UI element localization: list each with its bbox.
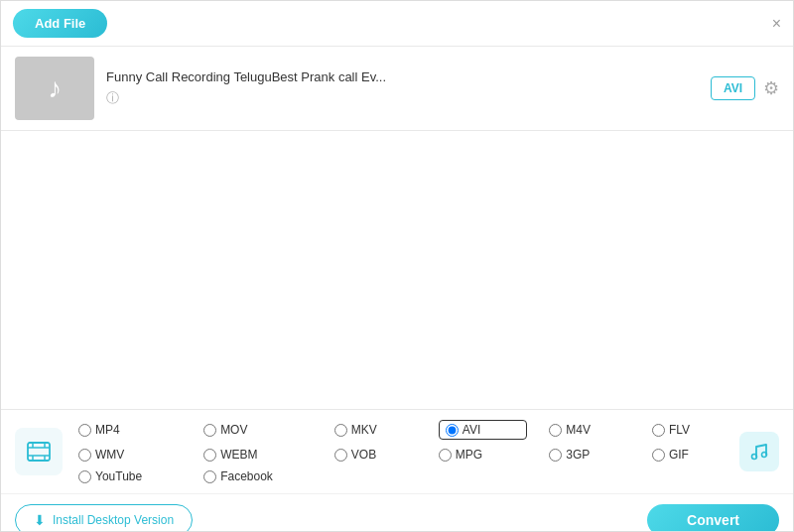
format-option-vob[interactable]: VOB	[334, 448, 417, 462]
format-option-mov[interactable]: MOV	[203, 423, 313, 437]
install-desktop-button[interactable]: ⬇ Install Desktop Version	[15, 504, 193, 532]
file-thumbnail: ♪	[15, 57, 94, 120]
convert-button[interactable]: Convert	[647, 504, 779, 532]
action-bar: ⬇ Install Desktop Version Convert	[1, 493, 793, 532]
file-item: ♪ Funny Call Recording TeluguBest Prank …	[1, 46, 793, 131]
format-option-webm[interactable]: WEBM	[203, 448, 313, 462]
format-option-mkv[interactable]: MKV	[334, 423, 417, 437]
format-option-avi[interactable]: AVI	[439, 420, 527, 440]
format-option-gif[interactable]: GIF	[652, 448, 729, 462]
add-file-button[interactable]: Add File	[13, 9, 107, 38]
format-option-m4v[interactable]: M4V	[549, 423, 630, 437]
svg-point-7	[752, 455, 757, 460]
download-icon: ⬇	[34, 512, 46, 528]
format-option-wmv[interactable]: WMV	[78, 448, 182, 462]
file-name: Funny Call Recording TeluguBest Prank ca…	[106, 69, 699, 84]
video-format-icon-box	[15, 428, 63, 475]
file-info: Funny Call Recording TeluguBest Prank ca…	[106, 69, 699, 107]
close-button[interactable]: ×	[772, 16, 781, 32]
music-tab-icon[interactable]	[739, 432, 779, 471]
top-bar: Add File ×	[1, 1, 793, 46]
music-icon: ♪	[48, 72, 62, 104]
file-actions: AVI ⚙	[711, 76, 779, 100]
format-bar: MP4 MOV MKV AVI M4V FLV WMV WEBM VOB MPG	[1, 409, 793, 493]
info-icon[interactable]: ⓘ	[106, 90, 119, 105]
format-option-youtube[interactable]: YouTube	[78, 469, 182, 483]
svg-point-8	[762, 453, 767, 458]
format-option-flv[interactable]: FLV	[652, 423, 729, 437]
settings-icon[interactable]: ⚙	[763, 77, 779, 99]
format-options: MP4 MOV MKV AVI M4V FLV WMV WEBM VOB MPG	[78, 420, 729, 483]
svg-rect-0	[28, 443, 50, 461]
install-label: Install Desktop Version	[53, 513, 174, 527]
format-option-facebook[interactable]: Facebook	[203, 469, 313, 483]
format-option-3gp[interactable]: 3GP	[549, 448, 630, 462]
format-badge[interactable]: AVI	[711, 76, 755, 100]
format-option-mpg[interactable]: MPG	[439, 448, 527, 462]
content-area	[1, 131, 793, 409]
film-icon	[26, 439, 52, 465]
music-note-icon	[748, 441, 770, 463]
format-option-mp4[interactable]: MP4	[78, 423, 182, 437]
